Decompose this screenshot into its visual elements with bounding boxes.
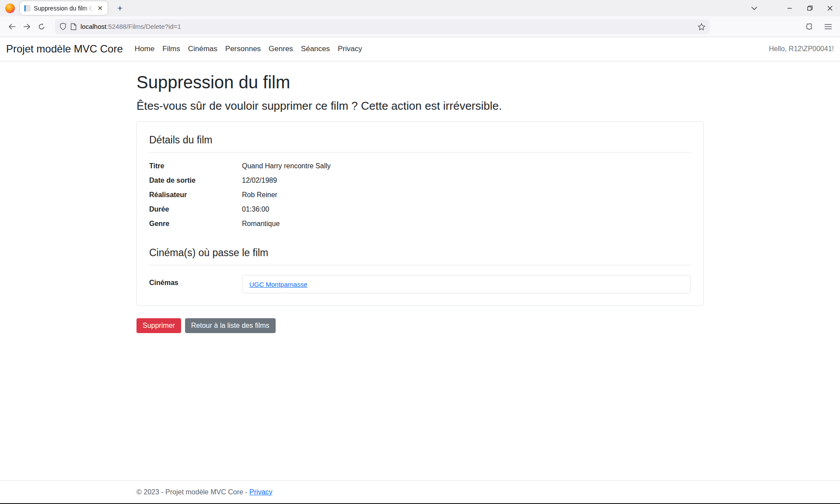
menu-hamburger-icon[interactable] xyxy=(821,19,836,34)
back-to-list-button[interactable]: Retour à la liste des films xyxy=(185,318,276,333)
window-controls xyxy=(746,0,840,16)
cinemas-row: Cinémas UGC Montparnasse xyxy=(149,275,691,293)
detail-value: Romantique xyxy=(242,220,691,228)
nav-item-genres[interactable]: Genres xyxy=(265,41,297,57)
action-buttons: Supprimer Retour à la liste des films xyxy=(136,318,704,333)
detail-row-genre: Genre Romantique xyxy=(149,220,691,228)
url-text[interactable]: localhost:52488/Films/Delete?id=1 xyxy=(80,23,694,30)
divider xyxy=(149,152,691,153)
detail-row-date-sortie: Date de sortie 12/02/1989 xyxy=(149,177,691,184)
film-details-card: Détails du film Titre Quand Harry rencon… xyxy=(136,122,704,306)
main-content: Suppression du film Êtes-vous sûr de vou… xyxy=(131,73,709,333)
restore-window-button[interactable] xyxy=(800,0,820,16)
divider xyxy=(149,265,691,265)
reload-button[interactable] xyxy=(34,19,49,34)
details-section-heading: Détails du film xyxy=(149,134,691,146)
detail-label: Genre xyxy=(149,220,242,228)
footer-text: © 2023 - Projet modèle MVC Core - xyxy=(136,488,249,496)
nav-item-seances[interactable]: Séances xyxy=(297,41,334,57)
url-bar[interactable]: localhost:52488/Films/Delete?id=1 xyxy=(55,19,710,34)
minimize-button[interactable] xyxy=(780,0,800,16)
navbar-brand[interactable]: Projet modèle MVC Core xyxy=(6,43,123,55)
close-window-button[interactable] xyxy=(820,0,840,16)
toolbar-end xyxy=(802,19,836,34)
delete-confirmation-text: Êtes-vous sûr de vouloir supprimer ce fi… xyxy=(136,99,704,113)
bookmark-star-icon[interactable] xyxy=(698,23,705,30)
nav-item-home[interactable]: Home xyxy=(131,41,158,57)
detail-label: Date de sortie xyxy=(149,177,242,184)
detail-label: Réalisateur xyxy=(149,191,242,199)
detail-value: 12/02/1989 xyxy=(242,177,691,184)
detail-value: Rob Reiner xyxy=(242,191,691,199)
url-host: localhost xyxy=(80,23,106,30)
forward-button[interactable] xyxy=(19,19,34,34)
tab-title: Suppression du film Quand Har xyxy=(34,5,93,12)
nav-links: Home Films Cinémas Personnes Genres Séan… xyxy=(131,41,366,57)
detail-label: Durée xyxy=(149,205,242,213)
extensions-puzzle-icon[interactable] xyxy=(802,19,816,34)
browser-toolbar: localhost:52488/Films/Delete?id=1 xyxy=(0,16,840,37)
detail-value: 01:36:00 xyxy=(242,205,691,213)
nav-item-films[interactable]: Films xyxy=(158,41,184,57)
page-favicon-icon xyxy=(24,5,31,12)
site-info-page-icon[interactable] xyxy=(70,23,77,30)
browser-titlebar: Suppression du film Quand Har ✕ + xyxy=(0,0,840,16)
detail-row-realisateur: Réalisateur Rob Reiner xyxy=(149,191,691,199)
detail-value: Quand Harry rencontre Sally xyxy=(242,162,691,170)
nav-item-personnes[interactable]: Personnes xyxy=(221,41,265,57)
firefox-logo-icon xyxy=(5,3,15,13)
cinemas-label: Cinémas xyxy=(149,275,242,293)
page-footer: © 2023 - Projet modèle MVC Core - Privac… xyxy=(0,480,840,503)
url-path: :52488/Films/Delete?id=1 xyxy=(106,23,181,30)
back-button[interactable] xyxy=(4,19,19,34)
site-navbar: Projet modèle MVC Core Home Films Cinéma… xyxy=(0,37,840,61)
user-greeting: Hello, R12\ZP00041! xyxy=(769,45,834,53)
detail-row-titre: Titre Quand Harry rencontre Sally xyxy=(149,162,691,170)
nav-item-cinemas[interactable]: Cinémas xyxy=(184,41,221,57)
detail-row-duree: Durée 01:36:00 xyxy=(149,205,691,213)
cinemas-section-heading: Cinéma(s) où passe le film xyxy=(149,247,691,259)
delete-button[interactable]: Supprimer xyxy=(136,318,181,333)
browser-tab[interactable]: Suppression du film Quand Har ✕ xyxy=(20,1,108,15)
nav-item-privacy[interactable]: Privacy xyxy=(334,41,366,57)
new-tab-button[interactable]: + xyxy=(114,3,126,13)
list-tabs-chevron-icon[interactable] xyxy=(746,0,763,16)
detail-label: Titre xyxy=(149,162,242,170)
cinema-list: UGC Montparnasse xyxy=(242,275,691,293)
tab-close-icon[interactable]: ✕ xyxy=(96,4,104,12)
page-title: Suppression du film xyxy=(136,73,704,92)
cinema-link-ugc-montparnasse[interactable]: UGC Montparnasse xyxy=(249,281,308,288)
footer-privacy-link[interactable]: Privacy xyxy=(249,488,272,496)
shield-icon[interactable] xyxy=(60,23,66,30)
